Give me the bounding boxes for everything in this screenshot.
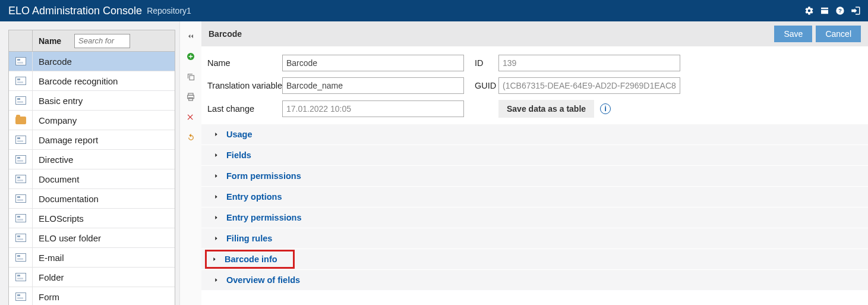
sidebar-item-label: Documentation (33, 194, 99, 204)
accordion-section[interactable]: Entry options (201, 186, 868, 207)
form-icon (9, 228, 33, 247)
sidebar-item[interactable]: Directive (9, 150, 175, 169)
sidebar-item[interactable]: Documentation (9, 189, 175, 209)
accordion-label: Overview of fields (226, 275, 300, 285)
form-icon (9, 71, 33, 90)
sidebar-item[interactable]: Company (9, 111, 175, 130)
sidebar-item[interactable]: Folder (9, 268, 175, 287)
chevron-right-icon (212, 234, 220, 243)
form-icon (9, 189, 33, 208)
sidebar-item-label: Document (33, 174, 79, 184)
sidebar-item-label: Company (33, 115, 77, 125)
accordion-section[interactable]: Overview of fields (201, 269, 868, 290)
sidebar-item-label: Directive (33, 155, 73, 165)
content-area: Barcode Save Cancel Name ID Translation … (201, 21, 868, 305)
top-bar: ELO Administration Console Repository1 ? (0, 0, 868, 21)
page-header: Barcode Save Cancel (201, 21, 868, 46)
sidebar-item[interactable]: Document (9, 169, 175, 189)
accordion-label: Usage (226, 130, 252, 139)
window-icon[interactable] (818, 4, 831, 17)
collapse-icon[interactable] (184, 30, 197, 43)
name-column-header[interactable]: Name (33, 36, 74, 46)
sidebar-item-label: Folder (33, 272, 64, 282)
form-icon (9, 91, 33, 110)
folder-icon (9, 111, 33, 130)
sidebar-header: Name (9, 30, 175, 52)
name-label: Name (207, 58, 282, 68)
lastchange-field (282, 100, 464, 117)
sidebar-item-label: Barcode (33, 56, 72, 67)
id-field (498, 55, 680, 71)
id-label: ID (475, 58, 498, 68)
app-title: ELO Administration Console (8, 5, 142, 17)
form-icon (9, 150, 33, 169)
lastchange-label: Last change (207, 104, 282, 114)
form-icon (9, 287, 33, 305)
copy-icon[interactable] (184, 70, 197, 83)
sidebar-item-label: Barcode recognition (33, 76, 118, 86)
tool-column (180, 21, 201, 305)
sidebar-item-label: Damage report (33, 135, 98, 145)
accordion-label: Form permissions (226, 171, 301, 181)
delete-icon[interactable] (184, 111, 197, 124)
search-input[interactable] (74, 34, 130, 48)
sidebar-item-label: Form (33, 292, 59, 302)
chevron-right-icon (210, 255, 219, 263)
accordion-label: Entry options (226, 192, 282, 202)
sidebar-list: Name BarcodeBarcode recognitionBasic ent… (8, 30, 175, 305)
repository-name: Repository1 (147, 6, 191, 15)
accordion-section[interactable]: Barcode info (201, 249, 868, 269)
gear-icon[interactable] (803, 4, 816, 17)
accordion-section[interactable]: Entry permissions (201, 207, 868, 228)
accordion-label: Fields (226, 150, 251, 160)
sidebar-item[interactable]: E-mail (9, 248, 175, 268)
sidebar-item[interactable]: Barcode (9, 52, 175, 71)
guid-label: GUID (475, 81, 498, 90)
accordion-section[interactable]: Form permissions (201, 165, 868, 186)
sidebar-item[interactable]: Barcode recognition (9, 71, 175, 91)
logout-icon[interactable] (849, 4, 862, 17)
accordion-label: Entry permissions (226, 213, 302, 222)
info-icon[interactable]: i (600, 103, 611, 114)
sidebar-item-label: E-mail (33, 253, 64, 263)
translation-label: Translation variable (207, 81, 282, 90)
form-icon (9, 52, 33, 71)
sidebar-item[interactable]: Basic entry (9, 91, 175, 111)
sidebar-item[interactable]: Damage report (9, 130, 175, 150)
form-icon (9, 248, 33, 267)
print-icon[interactable] (184, 90, 197, 103)
help-icon[interactable]: ? (834, 4, 847, 17)
sidebar-item[interactable]: ELOScripts (9, 209, 175, 228)
translation-field[interactable] (282, 77, 464, 94)
accordion-section[interactable]: Fields (201, 144, 868, 165)
accordion-label: Filing rules (226, 234, 272, 243)
form-icon (9, 130, 33, 149)
accordion-section[interactable]: Filing rules (201, 228, 868, 249)
sidebar-item-label: Basic entry (33, 96, 83, 106)
sidebar-item[interactable]: ELO user folder (9, 228, 175, 248)
save-data-table-button[interactable]: Save data as a table (498, 100, 594, 118)
add-icon[interactable] (184, 50, 197, 63)
svg-rect-3 (190, 76, 194, 80)
form-icon (9, 169, 33, 188)
sidebar-item[interactable]: Form (9, 287, 175, 305)
save-button[interactable]: Save (774, 26, 812, 42)
accordion-label: Barcode info (225, 254, 277, 264)
accordion-section[interactable]: Usage (201, 124, 868, 144)
chevron-right-icon (212, 213, 220, 222)
svg-text:?: ? (838, 8, 842, 14)
sidebar: Name BarcodeBarcode recognitionBasic ent… (0, 21, 180, 305)
cancel-button[interactable]: Cancel (816, 26, 861, 42)
form-icon (9, 209, 33, 228)
form-icon (9, 268, 33, 287)
chevron-right-icon (212, 193, 220, 201)
page-title: Barcode (209, 29, 242, 39)
chevron-right-icon (212, 130, 220, 139)
sidebar-item-label: ELOScripts (33, 213, 84, 224)
sidebar-item-label: ELO user folder (33, 233, 101, 243)
guid-field (498, 77, 680, 94)
name-field[interactable] (282, 55, 464, 71)
chevron-right-icon (212, 172, 220, 180)
refresh-icon[interactable] (184, 131, 197, 144)
chevron-right-icon (212, 151, 220, 159)
